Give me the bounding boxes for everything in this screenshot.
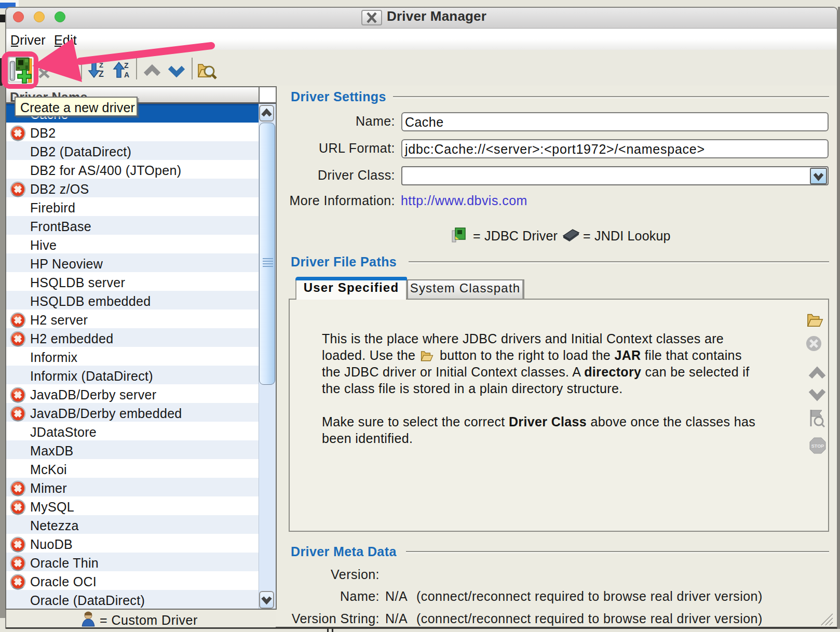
svg-text:STOP: STOP [811,443,824,449]
